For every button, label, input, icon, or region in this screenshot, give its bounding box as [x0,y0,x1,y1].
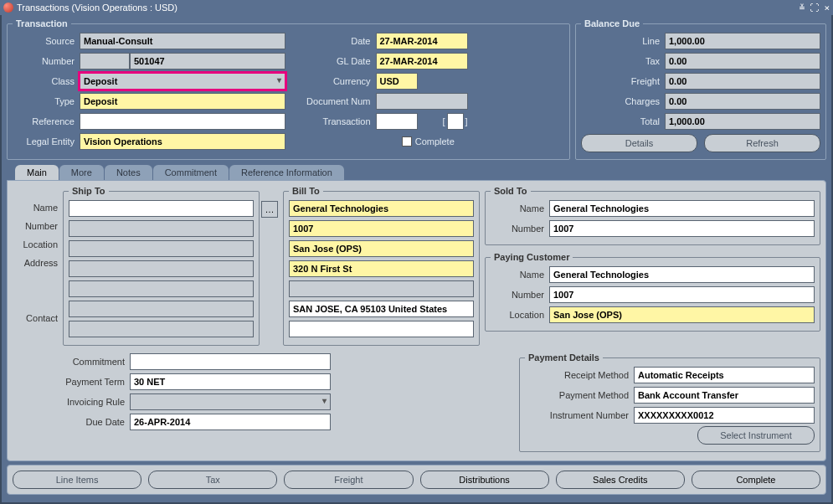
shipto-contact-label: Contact [13,313,63,332]
oracle-logo-icon [3,3,13,13]
shipto-location-field[interactable] [69,240,254,257]
refresh-button[interactable]: Refresh [704,134,820,152]
titlebar: Transactions (Vision Operations : USD) ≚… [0,0,833,15]
paying-number-field[interactable]: 1007 [549,286,815,303]
due-date-field[interactable]: 26-APR-2014 [130,414,331,430]
type-field[interactable]: Deposit [80,93,285,110]
billto-location-field[interactable]: San Jose (OPS) [289,240,474,257]
invoicing-rule-dropdown[interactable] [130,393,331,410]
class-label: Class [13,76,80,86]
flex-bracket: [ [443,116,445,126]
details-button[interactable]: Details [581,134,697,152]
receipt-method-field[interactable]: Automatic Receipts [634,367,815,383]
line-value: 1,000.00 [665,33,820,49]
balance-due-group: Balance Due Line1,000.00 Tax0.00 Freight… [575,18,826,160]
billto-group: Bill To General Technologies 1007 San Jo… [283,186,480,346]
tax-button[interactable]: Tax [148,471,277,489]
tax-value: 0.00 [665,53,820,69]
instrument-number-field[interactable]: XXXXXXXXX0012 [634,407,815,424]
transaction-group: Transaction Source Manual-Consult Number… [7,18,570,160]
reference-label: Reference [13,116,80,126]
window-title: Transactions (Vision Operations : USD) [17,3,794,13]
shipto-name-field[interactable] [69,200,254,217]
shipto-contact-field[interactable] [69,321,254,337]
soldto-number-label: Number [491,224,549,234]
soldto-name-field[interactable]: General Technologies [549,200,815,217]
number-label: Number [13,56,80,66]
complete-label: Complete [415,136,455,147]
minimize-icon[interactable]: ≚ [800,3,805,13]
total-value: 1,000.00 [665,113,820,130]
line-label: Line [581,36,665,46]
transaction-field[interactable] [376,113,418,130]
tab-reference-information[interactable]: Reference Information [229,165,344,180]
date-field[interactable]: 27-MAR-2014 [376,33,468,49]
tab-commitment[interactable]: Commitment [153,165,229,180]
soldto-legend: Sold To [491,186,531,196]
payment-term-label: Payment Term [46,377,130,387]
commitment-label: Commitment [46,357,130,367]
soldto-name-label: Name [491,203,549,213]
billto-legend: Bill To [289,186,323,196]
shipto-number-field[interactable] [69,220,254,237]
transaction-legend: Transaction [13,18,71,28]
charges-label: Charges [581,96,665,106]
line-items-button[interactable]: Line Items [13,471,141,489]
distributions-button[interactable]: Distributions [420,471,549,489]
paying-location-field[interactable]: San Jose (OPS) [549,306,815,323]
freight-value: 0.00 [665,73,820,90]
shipto-address2-field[interactable] [69,280,254,297]
payment-details-legend: Payment Details [525,352,603,363]
payment-method-field[interactable]: Bank Account Transfer [634,387,815,404]
shipto-address3-field[interactable] [69,301,254,317]
legal-entity-field[interactable]: Vision Operations [80,133,285,150]
soldto-number-field[interactable]: 1007 [549,220,815,237]
shipto-location-label: Location [13,239,63,258]
billto-address1-field[interactable]: 320 N First St [289,260,474,277]
number-field[interactable]: 501047 [130,53,285,69]
document-num-field[interactable] [376,93,468,110]
complete-checkbox[interactable] [402,136,412,147]
tab-notes[interactable]: Notes [105,165,152,180]
billto-number-field[interactable]: 1007 [289,220,474,237]
transaction-label: Transaction [292,116,376,126]
bottom-button-bar: Line Items Tax Freight Distributions Sal… [7,465,826,495]
paying-number-label: Number [491,290,549,300]
tab-body-main: Name Number Location Address Contact Shi… [7,180,826,461]
type-label: Type [13,96,80,106]
freight-button[interactable]: Freight [284,471,413,489]
soldto-group: Sold To NameGeneral Technologies Number1… [485,186,820,245]
billto-address2-field[interactable] [289,280,474,297]
flex-field[interactable] [447,113,464,130]
billto-contact-field[interactable] [289,321,474,337]
complete-button[interactable]: Complete [692,471,820,489]
paying-name-field[interactable]: General Technologies [549,266,815,283]
invoicing-rule-label: Invoicing Rule [46,397,130,407]
tab-more[interactable]: More [59,165,104,180]
window-body: Transaction Source Manual-Consult Number… [0,15,833,504]
legal-entity-label: Legal Entity [13,136,80,147]
billto-address3-field[interactable]: SAN JOSE, CA 95103 United States [289,301,474,317]
source-field[interactable]: Manual-Consult [80,33,285,49]
shipto-legend: Ship To [69,186,109,196]
tab-main[interactable]: Main [15,165,59,180]
number-prefix-field[interactable] [80,53,130,69]
billto-name-field[interactable]: General Technologies [289,200,474,217]
currency-label: Currency [292,76,376,86]
reference-field[interactable] [80,113,285,130]
select-instrument-button[interactable]: Select Instrument [697,426,815,445]
commitment-field[interactable] [130,353,331,370]
shipto-address1-field[interactable] [69,260,254,277]
shipto-lov-button[interactable]: … [261,201,278,218]
paying-location-label: Location [491,310,549,320]
receipt-method-label: Receipt Method [525,370,634,380]
restore-icon[interactable]: ⛶ [810,3,819,13]
close-icon[interactable]: × [824,3,830,13]
date-label: Date [292,36,376,46]
sales-credits-button[interactable]: Sales Credits [556,471,685,489]
payment-term-field[interactable]: 30 NET [130,373,331,390]
class-dropdown[interactable]: Deposit [80,73,285,90]
currency-field[interactable]: USD [376,73,418,90]
gl-date-field[interactable]: 27-MAR-2014 [376,53,468,69]
paying-group: Paying Customer NameGeneral Technologies… [485,252,820,332]
